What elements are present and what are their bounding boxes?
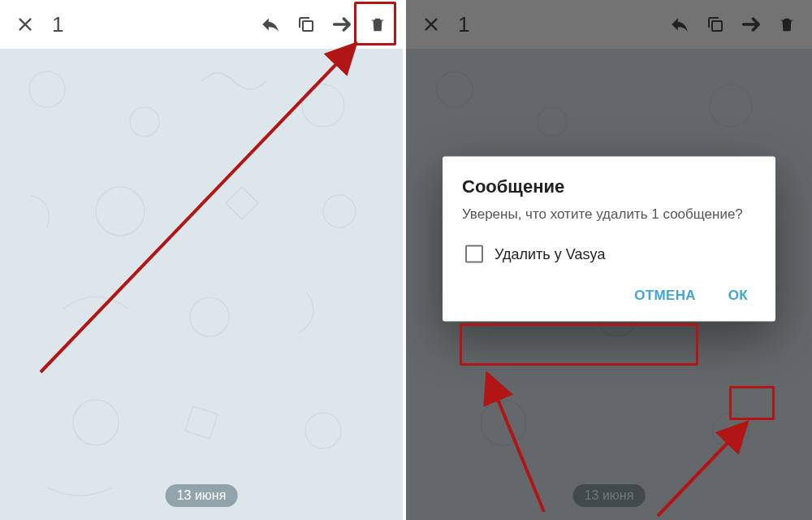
cancel-button[interactable]: ОТМЕНА [626,281,703,310]
copy-icon[interactable] [292,11,320,38]
chat-background: 13 июня [0,49,403,520]
svg-point-1 [29,72,65,107]
checkbox-icon[interactable] [465,245,483,263]
svg-point-8 [305,413,341,448]
svg-point-7 [73,400,119,445]
selection-toolbar: 1 [0,0,403,49]
dialog-body: Уверены, что хотите удалить 1 сообщение? [462,206,756,224]
delete-confirm-dialog: Сообщение Уверены, что хотите удалить 1 … [443,157,775,322]
ok-button[interactable]: ОК [720,281,756,310]
delete-icon[interactable] [364,11,391,38]
screenshot-step-2: 1 13 июня Сообщение Уверены, что хотите … [406,0,812,520]
svg-point-3 [302,84,344,127]
close-icon[interactable] [11,11,39,38]
reply-icon[interactable] [257,11,284,38]
svg-point-2 [130,107,159,136]
svg-point-6 [190,297,229,336]
delete-for-both-row[interactable]: Удалить у Vasya [462,239,756,270]
checkbox-label: Удалить у Vasya [495,245,605,262]
svg-point-5 [323,195,356,228]
svg-rect-0 [303,21,313,31]
dialog-title: Сообщение [462,176,756,197]
selection-count: 1 [52,12,63,37]
svg-point-4 [96,187,145,236]
date-separator: 13 июня [166,484,238,507]
forward-icon[interactable] [328,11,356,38]
screenshot-step-1: 1 [0,0,404,520]
dialog-actions: ОТМЕНА ОК [462,281,756,310]
